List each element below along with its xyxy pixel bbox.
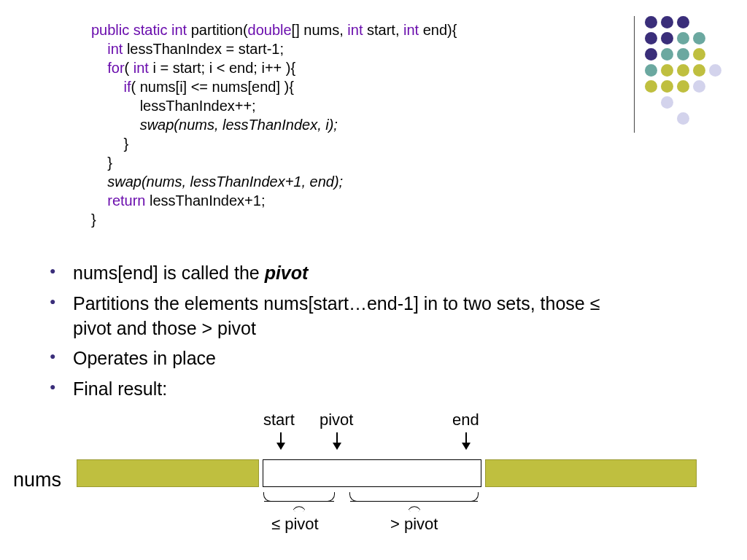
decorative-dots <box>645 16 740 133</box>
bullet-list: nums[end] is called the pivot Partitions… <box>50 261 633 408</box>
brace-icon <box>264 493 334 502</box>
brace-icon <box>350 493 478 502</box>
bullet-item: Operates in place <box>50 346 633 371</box>
start-label: start <box>263 411 295 429</box>
bar-left <box>77 459 259 487</box>
le-pivot-label: ≤ pivot <box>271 515 319 534</box>
arrow-down-icon <box>336 432 338 448</box>
bar-right <box>485 459 697 487</box>
end-label: end <box>452 411 479 429</box>
bar-partition <box>263 459 481 487</box>
arrow-down-icon <box>280 432 282 448</box>
code-text: public static int <box>91 22 191 38</box>
pivot-label: pivot <box>320 411 353 429</box>
bullet-item: Final result: <box>50 377 633 402</box>
arrow-down-icon <box>465 432 467 448</box>
bullet-item: Partitions the elements nums[start…end-1… <box>50 292 633 341</box>
partition-diagram: nums start pivot end ≤ pivot > pivot <box>0 407 747 560</box>
bullet-item: nums[end] is called the pivot <box>50 261 633 286</box>
gt-pivot-label: > pivot <box>390 515 438 534</box>
code-block: public static int partition(double[] num… <box>91 20 457 229</box>
nums-label: nums <box>13 469 61 491</box>
